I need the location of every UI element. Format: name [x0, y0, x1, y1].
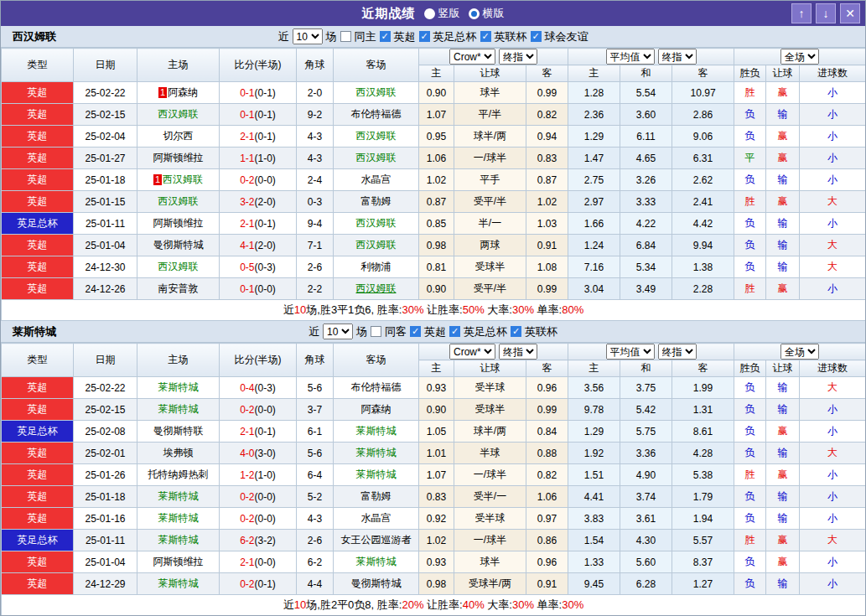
team-cell[interactable]: 西汉姆联	[137, 191, 220, 213]
team-cell[interactable]: 莱斯特城	[334, 464, 419, 486]
summary-stat-value: 30%	[562, 598, 583, 611]
filter-bar: 西汉姆联近10场同主✓英超✓英足总杯✓英联杯✓球会友谊	[1, 26, 865, 48]
table-row: 英足总杯25-01-11阿斯顿维拉2-1(0-1)9-4西汉姆联0.85半/一1…	[2, 213, 866, 235]
odds-away-cell: 1.02	[526, 191, 568, 213]
final-odds-select[interactable]: 终指	[499, 49, 537, 65]
bookmaker-select-cell: Crow*终指	[419, 344, 568, 360]
final-odds-select-2[interactable]: 终指	[658, 344, 697, 360]
team-cell[interactable]: 莱斯特城	[137, 377, 220, 399]
handicap-cell: 半球	[454, 443, 526, 464]
title-group: 近期战绩 竖版 横版	[1, 6, 865, 22]
score-cell: 4-1(2-0)	[220, 235, 297, 256]
final-odds-select[interactable]: 终指	[499, 344, 537, 360]
team-cell[interactable]: 富勒姆	[334, 486, 419, 508]
team-cell[interactable]: 利物浦	[334, 256, 419, 278]
team-cell[interactable]: 莱斯特城	[137, 573, 220, 595]
team-cell[interactable]: 阿斯顿维拉	[137, 213, 220, 235]
layout-radio-vertical[interactable]: 竖版	[424, 6, 460, 21]
team-cell[interactable]: 布伦特福德	[334, 377, 419, 399]
team-cell[interactable]: 1西汉姆联	[137, 169, 220, 191]
window-buttons: ↑ ↓ ✕	[791, 3, 860, 23]
league-checkbox[interactable]: ✓	[419, 31, 430, 42]
team-cell[interactable]: 水晶宫	[334, 169, 419, 191]
goals-result-cell: 小	[800, 169, 866, 191]
layout-radio-horizontal[interactable]: 横版	[469, 6, 505, 21]
move-down-button[interactable]: ↓	[816, 3, 836, 23]
team-cell[interactable]: 西汉姆联	[334, 213, 419, 235]
team-cell[interactable]: 西汉姆联	[334, 126, 419, 148]
team-cell[interactable]: 莱斯特城	[334, 443, 419, 464]
team-cell[interactable]: 埃弗顿	[137, 443, 220, 464]
result-cell: 负	[734, 377, 766, 399]
league-checkbox[interactable]: ✓	[449, 326, 460, 337]
avg-draw-cell: 5.60	[620, 551, 672, 573]
odds-away-cell: 0.82	[526, 464, 568, 486]
team-cell[interactable]: 西汉姆联	[137, 104, 220, 126]
recent-count-select[interactable]: 10	[293, 28, 323, 44]
bookmaker-select[interactable]: Crow*	[449, 49, 495, 65]
team-cell[interactable]: 布伦特福德	[334, 104, 419, 126]
team-cell[interactable]: 西汉姆联	[334, 235, 419, 256]
team-cell[interactable]: 西汉姆联	[334, 278, 419, 300]
league-checkbox[interactable]: ✓	[531, 31, 542, 42]
team-cell[interactable]: 阿斯顿维拉	[137, 148, 220, 169]
scope-select[interactable]: 全场	[780, 344, 819, 360]
league-checkbox[interactable]: ✓	[511, 326, 521, 337]
team-name: 西汉姆联	[163, 173, 203, 185]
team-cell[interactable]: 西汉姆联	[334, 148, 419, 169]
team-cell[interactable]: 莱斯特城	[137, 530, 220, 551]
average-select[interactable]: 平均值	[606, 344, 655, 360]
bookmaker-select[interactable]: Crow*	[449, 344, 495, 360]
scope-select[interactable]: 全场	[780, 49, 819, 65]
page-title: 近期战绩	[362, 6, 416, 22]
team-cell[interactable]: 曼彻斯特城	[334, 573, 419, 595]
average-select[interactable]: 平均值	[606, 49, 655, 65]
handicap-cell: 球半/两	[454, 126, 526, 148]
team-cell[interactable]: 莱斯特城	[137, 508, 220, 530]
final-odds-select-2[interactable]: 终指	[658, 49, 697, 65]
team-cell[interactable]: 1阿森纳	[137, 82, 220, 104]
team-cell[interactable]: 女王公园巡游者	[334, 530, 419, 551]
corner-cell: 2-2	[297, 278, 334, 300]
move-up-button[interactable]: ↑	[791, 3, 812, 23]
league-checkbox[interactable]: ✓	[380, 31, 391, 42]
team-cell[interactable]: 西汉姆联	[137, 256, 220, 278]
score-cell: 0-2(0-0)	[220, 486, 297, 508]
same-venue-checkbox[interactable]	[371, 326, 381, 337]
avg-draw-cell: 4.65	[620, 148, 672, 169]
team-cell[interactable]: 莱斯特城	[334, 551, 419, 573]
fulltime-score: 0-1	[240, 87, 254, 99]
league-label: 英联杯	[495, 29, 527, 44]
league-label: 英足总杯	[433, 29, 477, 44]
team-cell[interactable]: 曼彻斯特联	[137, 421, 220, 443]
team-cell[interactable]: 阿斯顿维拉	[137, 551, 220, 573]
avg-away-cell: 1.79	[672, 486, 734, 508]
team-cell[interactable]: 西汉姆联	[334, 82, 419, 104]
team-cell[interactable]: 莱斯特城	[137, 486, 220, 508]
radio-unchecked-icon	[424, 8, 435, 19]
team-name: 阿斯顿维拉	[153, 556, 204, 567]
odds-home-cell: 1.07	[419, 464, 454, 486]
team-name: 莱斯特城	[356, 468, 397, 480]
team-cell[interactable]: 富勒姆	[334, 191, 419, 213]
recent-count-select[interactable]: 10	[323, 324, 353, 339]
team-cell[interactable]: 南安普敦	[137, 278, 220, 300]
team-cell[interactable]: 曼彻斯特城	[137, 235, 220, 256]
summary-cell: 近10场,胜2平0负8, 胜率:20% 让胜率:40% 大率:30% 单率:30…	[2, 595, 866, 616]
league-checkbox[interactable]: ✓	[410, 326, 421, 337]
halftime-score: (0-0)	[255, 556, 276, 568]
close-button[interactable]: ✕	[840, 3, 860, 23]
column-header: 比分(半场)	[220, 344, 297, 377]
team-cell[interactable]: 托特纳姆热刺	[137, 464, 220, 486]
league-checkbox[interactable]: ✓	[480, 31, 491, 42]
red-card-badge: 1	[153, 174, 162, 185]
team-name: 阿斯顿维拉	[153, 152, 204, 163]
team-name: 莱斯特城	[356, 447, 397, 458]
team-cell[interactable]: 阿森纳	[334, 399, 419, 421]
team-cell[interactable]: 切尔西	[137, 126, 220, 148]
team-cell[interactable]: 莱斯特城	[137, 399, 220, 421]
team-cell[interactable]: 水晶宫	[334, 508, 419, 530]
team-cell[interactable]: 莱斯特城	[334, 421, 419, 443]
same-venue-checkbox[interactable]	[340, 31, 351, 42]
summary-text: 单率:	[534, 598, 562, 611]
